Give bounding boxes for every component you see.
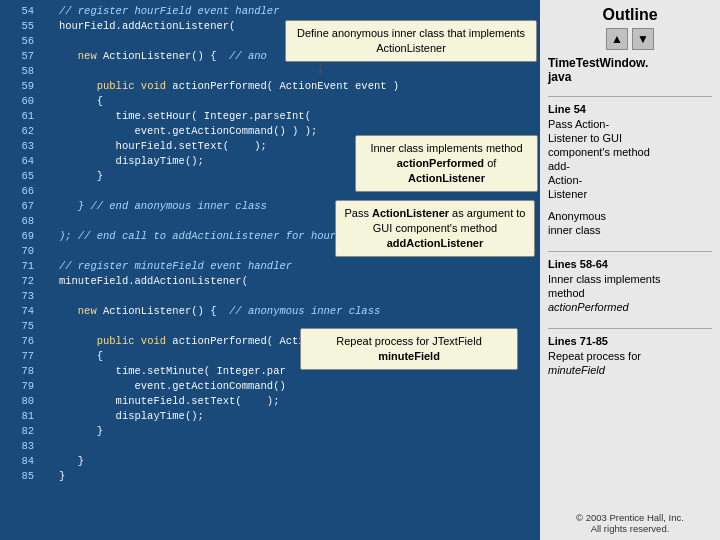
copyright-text: © 2003 Prentice Hall, Inc. All rights re… <box>548 512 712 534</box>
code-line-83: 83 <box>6 439 534 454</box>
code-line-54: 54 // register hourField event handler <box>6 4 534 19</box>
code-line-80: 80 minuteField.setText( ); <box>6 394 534 409</box>
outline-section-lines71-85: Lines 71-85 Repeat process for minuteFie… <box>548 335 712 377</box>
outline-title: Outline <box>548 6 712 24</box>
outline-panel: Outline ▲ ▼ TimeTestWindow. java Line 54… <box>540 0 720 540</box>
outline-section-anon: Anonymous inner class <box>548 209 712 237</box>
outline-filename: TimeTestWindow. java <box>548 56 712 84</box>
tooltip-pass-action-listener: Pass ActionListener as argument to GUI c… <box>335 200 535 257</box>
code-line-85: 85 } <box>6 469 534 484</box>
code-line-59: 59 public void actionPerformed( ActionEv… <box>6 79 534 94</box>
tooltip-inner-class-method: Inner class implements method actionPerf… <box>355 135 538 192</box>
code-line-81: 81 displayTime(); <box>6 409 534 424</box>
code-line-72: 72 minuteField.addActionListener( <box>6 274 534 289</box>
outline-divider-1 <box>548 96 712 97</box>
code-line-58: 58 <box>6 64 534 79</box>
code-line-60: 60 { <box>6 94 534 109</box>
tooltip-define-anonymous: Define anonymous inner class that implem… <box>285 20 537 62</box>
code-line-82: 82 } <box>6 424 534 439</box>
code-line-74: 74 new ActionListener() { // anonymous i… <box>6 304 534 319</box>
outline-divider-2 <box>548 251 712 252</box>
code-line-84: 84 } <box>6 454 534 469</box>
code-line-79: 79 event.getActionCommand() <box>6 379 534 394</box>
code-line-61: 61 time.setHour( Integer.parseInt( <box>6 109 534 124</box>
code-panel: 54 // register hourField event handler 5… <box>0 0 540 540</box>
outline-divider-3 <box>548 328 712 329</box>
nav-up-button[interactable]: ▲ <box>606 28 628 50</box>
outline-nav: ▲ ▼ <box>548 28 712 50</box>
code-line-71: 71 // register minuteField event handler <box>6 259 534 274</box>
outline-section-line54: Line 54 Pass Action- Listener to GUI com… <box>548 103 712 201</box>
outline-section-lines58-64: Lines 58-64 Inner class implements metho… <box>548 258 712 314</box>
code-line-73: 73 <box>6 289 534 304</box>
tooltip-repeat-process: Repeat process for JTextField minuteFiel… <box>300 328 518 370</box>
nav-down-button[interactable]: ▼ <box>632 28 654 50</box>
